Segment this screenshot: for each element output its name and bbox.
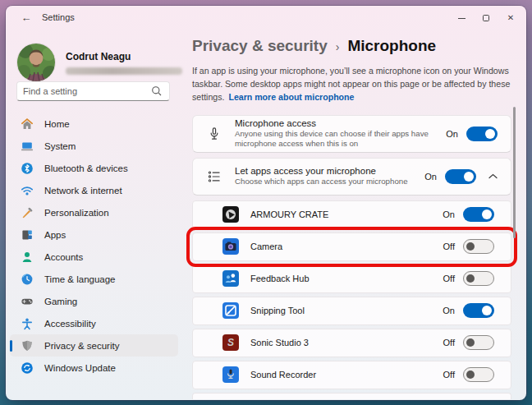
sidebar-item-bluetooth-devices[interactable]: Bluetooth & devices (10, 157, 178, 179)
sidebar-item-label: Accounts (44, 252, 83, 262)
app-row-armoury-crate: ARMOURY CRATE On (192, 200, 511, 229)
window-controls: ✕ (449, 6, 523, 30)
toggle-state-label: Off (443, 338, 455, 347)
microphone-access-card: Microphone access Anyone using this devi… (192, 115, 511, 153)
snipping-tool-app-icon (222, 302, 239, 319)
sound-recorder-app-icon (222, 366, 239, 383)
profile-email-blurred (66, 67, 182, 75)
accounts-icon (21, 251, 34, 264)
card-title: Let apps access your microphone (235, 166, 424, 176)
sidebar-item-system[interactable]: System (10, 135, 178, 157)
card-description: Choose which apps can access your microp… (235, 177, 424, 187)
card-text: Microphone access Anyone using this devi… (235, 118, 446, 150)
sidebar-item-label: Personalization (44, 208, 109, 218)
toggle-knob (466, 242, 475, 251)
feedback-hub-app-icon (222, 270, 239, 287)
let-apps-access-card[interactable]: Let apps access your microphone Choose w… (192, 158, 511, 196)
toggle-state-label: On (443, 306, 455, 315)
breadcrumb-separator-icon: › (336, 39, 340, 53)
toggle-knob (482, 306, 492, 315)
avatar (17, 44, 55, 81)
armoury-crate-toggle[interactable] (463, 207, 494, 222)
maximize-button[interactable] (474, 6, 498, 30)
network-icon (21, 184, 34, 197)
app-name: Camera (250, 242, 443, 251)
search-input[interactable] (23, 86, 150, 96)
page-description: If an app is using your microphone, you’… (192, 65, 511, 104)
sidebar-nav: Home System Bluetooth & devices Network … (10, 113, 178, 379)
toggle-knob (466, 274, 475, 283)
app-row-camera: Camera Off (192, 232, 511, 261)
microphone-access-toggle[interactable] (466, 127, 498, 141)
breadcrumb: Privacy & security › Microphone (192, 37, 511, 55)
app-row-feedback-hub: Feedback Hub Off (192, 265, 511, 293)
toggle-state-label: Off (443, 370, 455, 380)
back-arrow-icon[interactable]: ← (17, 10, 35, 26)
app-row-sonic-studio-3: S Sonic Studio 3 Off (192, 329, 511, 357)
close-button[interactable]: ✕ (498, 6, 523, 30)
camera-toggle[interactable] (463, 239, 494, 254)
system-icon (21, 140, 34, 153)
sidebar-item-personalization[interactable]: Personalization (10, 201, 178, 223)
app-name: Snipping Tool (250, 306, 443, 315)
search-box[interactable] (16, 81, 170, 101)
sidebar-item-label: Time & language (44, 274, 116, 284)
minimize-icon (458, 18, 466, 19)
maximize-icon (483, 15, 489, 21)
sidebar-item-label: Bluetooth & devices (44, 163, 128, 173)
app-row-partial (192, 393, 511, 399)
windows-update-icon (21, 361, 34, 375)
toggle-knob (482, 209, 492, 219)
gaming-icon (21, 295, 34, 308)
armoury-crate-app-icon (222, 206, 239, 223)
sound-recorder-toggle[interactable] (463, 367, 494, 382)
sidebar-item-gaming[interactable]: Gaming (10, 290, 178, 312)
sidebar-item-time-language[interactable]: Time & language (10, 268, 178, 290)
settings-window: ← Settings ✕ (6, 6, 526, 400)
titlebar: ← Settings ✕ (6, 6, 526, 30)
sidebar-item-apps[interactable]: Apps (10, 223, 178, 246)
toggle-knob (464, 172, 474, 182)
profile-section[interactable]: Codrut Neagu (17, 44, 182, 81)
card-title: Microphone access (235, 118, 446, 128)
snipping-tool-toggle[interactable] (463, 303, 494, 318)
window-title: Settings (42, 12, 75, 22)
feedback-hub-toggle[interactable] (463, 271, 494, 286)
sonic-studio-toggle[interactable] (463, 335, 494, 350)
sidebar-item-label: Accessibility (44, 319, 96, 329)
page-title: Microphone (347, 37, 436, 55)
learn-more-link[interactable]: Learn more about microphone (228, 92, 354, 102)
minimize-button[interactable] (449, 6, 474, 30)
sidebar-item-windows-update[interactable]: Windows Update (10, 357, 178, 379)
sidebar-item-network-internet[interactable]: Network & internet (10, 179, 178, 201)
sidebar-item-label: Gaming (44, 297, 77, 306)
sidebar-item-accessibility[interactable]: Accessibility (10, 312, 178, 334)
app-list-icon (206, 169, 222, 184)
sidebar-item-accounts[interactable]: Accounts (10, 246, 178, 268)
card-text: Let apps access your microphone Choose w… (235, 166, 424, 187)
sonic-studio-logo-letter: S (222, 334, 239, 351)
sidebar-item-label: Apps (44, 230, 66, 240)
app-name: Sonic Studio 3 (250, 338, 443, 347)
app-row-sound-recorder: Sound Recorder Off (192, 361, 511, 389)
breadcrumb-parent[interactable]: Privacy & security (192, 37, 328, 55)
app-row-snipping-tool: Snipping Tool On (192, 297, 511, 325)
settings-cards: Microphone access Anyone using this devi… (192, 115, 511, 399)
toggle-state-label: On (424, 172, 437, 182)
sidebar-item-privacy-security[interactable]: Privacy & security (10, 334, 178, 357)
main-content: Privacy & security › Microphone If an ap… (182, 30, 526, 400)
toggle-state-label: Off (443, 242, 455, 251)
profile-text: Codrut Neagu (66, 51, 182, 75)
apps-icon (21, 228, 34, 242)
let-apps-access-toggle[interactable] (445, 169, 476, 184)
camera-app-icon (222, 238, 239, 255)
scrollbar-thumb[interactable] (513, 107, 516, 238)
time-language-icon (21, 273, 34, 286)
search-icon (150, 85, 163, 98)
app-name: Sound Recorder (250, 370, 443, 380)
sidebar-item-home[interactable]: Home (10, 113, 178, 135)
chevron-up-icon[interactable] (488, 173, 498, 179)
app-name: Feedback Hub (250, 274, 443, 283)
toggle-knob (466, 370, 475, 379)
toggle-state-label: On (446, 129, 458, 139)
